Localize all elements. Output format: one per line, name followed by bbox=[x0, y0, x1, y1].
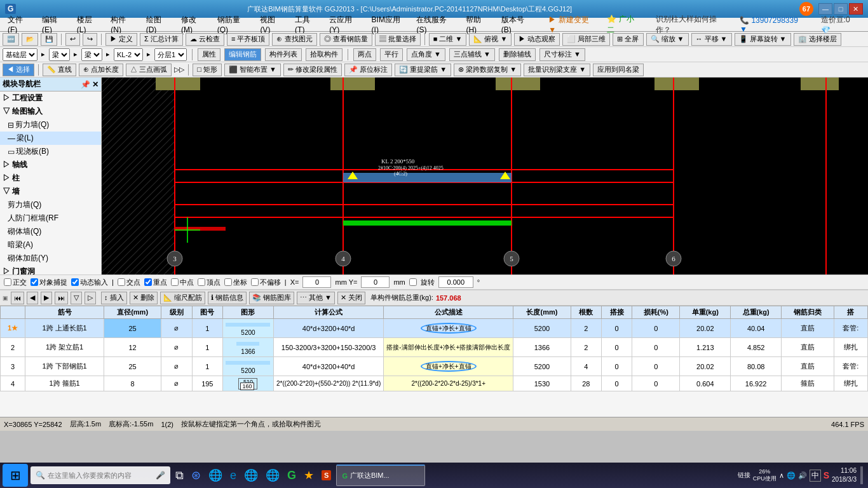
sidebar-group-axis[interactable]: ▷ 轴线 bbox=[0, 158, 101, 172]
more-draw[interactable]: ▷▷ bbox=[174, 65, 184, 74]
btn-apply-same-name[interactable]: 应用到同名梁 bbox=[593, 64, 644, 76]
btn-re-extract[interactable]: 🔄 重提梁筋 ▼ bbox=[395, 64, 451, 76]
tray-lang-zh[interactable]: 中 bbox=[810, 470, 821, 482]
btn-new-project[interactable]: 🆕 bbox=[3, 33, 19, 46]
taskbar-icon-g[interactable]: G bbox=[285, 469, 299, 482]
btn-open[interactable]: 📂 bbox=[22, 33, 38, 46]
snap-midpoint[interactable]: 中点 bbox=[171, 278, 194, 287]
sidebar-item-antiair-wall[interactable]: 人防门框墙(RF bbox=[0, 212, 101, 225]
taskbar-icon-browser3[interactable]: e bbox=[227, 469, 239, 482]
sidebar-pin[interactable]: 📌 ✕ bbox=[81, 80, 98, 89]
btn-undo[interactable]: ↩ bbox=[65, 33, 80, 46]
btn-top-view[interactable]: 📐 俯视 ▼ bbox=[469, 33, 512, 46]
btn-element-list[interactable]: 构件列表 bbox=[265, 48, 302, 61]
sidebar-item-shear-wall2[interactable]: 剪力墙(Q) bbox=[0, 198, 101, 212]
layer-select[interactable]: 分层1 bbox=[154, 48, 187, 61]
sidebar-group-column[interactable]: ▷ 柱 bbox=[0, 172, 101, 185]
sidebar-item-beam-l[interactable]: — 梁(L) bbox=[0, 132, 101, 145]
btn-three-arc[interactable]: △ 三点画弧 bbox=[126, 64, 172, 76]
snap-intersection[interactable]: 交点 bbox=[118, 278, 140, 287]
btn-nav-first[interactable]: ⏮ bbox=[11, 292, 24, 304]
btn-redo[interactable]: ↪ bbox=[83, 33, 97, 46]
sidebar-item-draw-input[interactable]: ▽ 绘图输入 bbox=[0, 105, 101, 118]
btn-nav-next[interactable]: ▶ bbox=[41, 292, 52, 304]
sidebar-item-masonry-rebar[interactable]: 砌体加筋(Y) bbox=[0, 252, 101, 265]
y-input[interactable] bbox=[361, 276, 390, 288]
btn-three-point-aux[interactable]: 三点辅线 ▼ bbox=[449, 48, 495, 61]
btn-select[interactable]: ◀ 选择 bbox=[3, 64, 34, 76]
btn-dim[interactable]: 尺寸标注 ▼ bbox=[539, 48, 585, 61]
btn-other[interactable]: ⋯ 其他 ▼ bbox=[297, 292, 335, 304]
btn-pan[interactable]: ↔ 平移 ▼ bbox=[691, 33, 732, 46]
snap-endpoint[interactable]: 重点 bbox=[144, 278, 167, 287]
btn-batch-select[interactable]: ▤ 批量选择 bbox=[375, 33, 421, 46]
btn-point-length[interactable]: ⊕ 点加长度 bbox=[79, 64, 123, 76]
btn-select-floor[interactable]: 🏢 选择楼层 bbox=[794, 33, 841, 46]
sidebar-item-shear-wall[interactable]: ⊟ 剪力墙(Q) bbox=[0, 118, 101, 132]
btn-nav-prev[interactable]: ◀ bbox=[27, 292, 38, 304]
taskbar-icon-browser5[interactable]: 🌐 bbox=[263, 468, 282, 482]
task-item-glodon[interactable]: G 广联达BIM... bbox=[336, 464, 425, 486]
subtype-select[interactable]: 梁 bbox=[81, 48, 102, 61]
table-row[interactable]: 3 1跨 下部钢筋1 25 ⌀ 1 5200 40*d+3200+40*d 直锚… bbox=[1, 357, 868, 376]
table-row[interactable]: 2 1跨 架立筋1 12 ⌀ 1 1366 150-3200/3+3200+15… bbox=[1, 338, 868, 357]
btn-property[interactable]: 属性 bbox=[198, 48, 220, 61]
btn-nav-right[interactable]: ▷ bbox=[85, 292, 96, 304]
snap-no-offset[interactable]: 不偏移 bbox=[251, 278, 281, 287]
btn-dynamic-view[interactable]: ▶ 动态观察 bbox=[514, 33, 560, 46]
btn-close-rebar[interactable]: ✕ 关闭 bbox=[337, 292, 365, 304]
btn-parallel[interactable]: 平行 bbox=[380, 48, 403, 61]
snap-ortho[interactable]: 正交 bbox=[4, 278, 27, 287]
taskbar-icon-app1[interactable]: S bbox=[319, 470, 334, 480]
btn-screen-rotate[interactable]: 📱 屏幕旋转 ▼ bbox=[735, 33, 791, 46]
btn-in-place-mark[interactable]: 📌 原位标注 bbox=[344, 64, 392, 76]
snap-dynamic[interactable]: 动态输入 bbox=[71, 278, 108, 287]
rotate-checkbox[interactable] bbox=[409, 278, 417, 286]
btn-two-points[interactable]: 两点 bbox=[353, 48, 376, 61]
tray-network[interactable]: 🌐 bbox=[787, 471, 796, 480]
tray-show-desktop[interactable] bbox=[860, 466, 863, 484]
btn-define[interactable]: ▶ 定义 bbox=[105, 33, 137, 46]
btn-scale-rebar[interactable]: 📐 缩尺配筋 bbox=[160, 292, 205, 304]
sidebar-item-hidden-beam[interactable]: 暗梁(A) bbox=[0, 238, 101, 252]
sidebar-group-door[interactable]: ▷ 门窗洞 bbox=[0, 265, 101, 274]
btn-fullscreen[interactable]: ⊞ 全屏 bbox=[613, 33, 643, 46]
mic-icon[interactable]: 🎤 bbox=[156, 471, 165, 480]
tray-link[interactable]: 链接 bbox=[738, 471, 750, 480]
search-bar[interactable]: 🔍 🎤 bbox=[31, 466, 170, 484]
taskbar-icon-taskview[interactable]: ⧉ bbox=[173, 469, 186, 482]
tray-brand-s[interactable]: S bbox=[824, 470, 829, 480]
btn-modify-seg[interactable]: ✏ 修改梁段属性 bbox=[283, 64, 342, 76]
canvas-area[interactable]: KL 2 200*550 2#10C:200(4) 2025+(4)12 402… bbox=[102, 78, 868, 274]
taskbar-icon-browser1[interactable]: ⊛ bbox=[189, 468, 203, 482]
sidebar-item-project-settings[interactable]: ▷ 工程设置 bbox=[0, 92, 101, 105]
btn-del-aux[interactable]: 删除辅线 bbox=[499, 48, 536, 61]
code-select[interactable]: KL-2 bbox=[114, 48, 143, 61]
btn-rebar-lib[interactable]: 📚 钢筋图库 bbox=[249, 292, 294, 304]
btn-calc[interactable]: Σ 汇总计算 bbox=[140, 33, 183, 46]
taskbar-icon-browser2[interactable]: 🌐 bbox=[206, 468, 225, 482]
tray-arrow[interactable]: ∧ bbox=[779, 471, 784, 480]
snap-coord[interactable]: 坐标 bbox=[224, 278, 247, 287]
tray-volume[interactable]: 🔊 bbox=[798, 471, 807, 480]
btn-line[interactable]: 📏 直线 bbox=[43, 64, 76, 76]
snap-object[interactable]: 对象捕捉 bbox=[31, 278, 67, 287]
btn-find-element[interactable]: ⊕ 查找图元 bbox=[272, 33, 316, 46]
btn-insert-row[interactable]: ↕ 插入 bbox=[101, 292, 127, 304]
table-row[interactable]: 1★ 1跨 上通长筋1 25 ⌀ 1 5200 40*d+3200+40*d 直… bbox=[1, 319, 868, 338]
taskbar-icon-star[interactable]: ★ bbox=[301, 468, 316, 482]
btn-smart-place[interactable]: ⬛ 智能布置 ▼ bbox=[224, 64, 281, 76]
btn-rect[interactable]: □ 矩形 bbox=[193, 64, 222, 76]
floor-select[interactable]: 基础层 bbox=[3, 48, 37, 61]
x-input[interactable] bbox=[302, 276, 331, 288]
btn-point-angle[interactable]: 点角度 ▼ bbox=[407, 48, 445, 61]
snap-vertex[interactable]: 顶点 bbox=[198, 278, 220, 287]
table-row[interactable]: 4 1跨 箍筋1 8 ⌀ 195 510 160 2*((200-2*20)+(… bbox=[1, 376, 868, 391]
search-input[interactable] bbox=[48, 471, 153, 479]
btn-cloud-check[interactable]: ☁ 云检查 bbox=[186, 33, 224, 46]
rotate-input[interactable] bbox=[438, 276, 473, 288]
btn-zoom[interactable]: 🔍 缩放 ▼ bbox=[646, 33, 689, 46]
btn-edit-rebar[interactable]: 编辑钢筋 bbox=[224, 48, 261, 61]
btn-view-rebar[interactable]: ◎ 查看钢筋量 bbox=[320, 33, 372, 46]
btn-nav-last[interactable]: ⏭ bbox=[55, 292, 68, 304]
